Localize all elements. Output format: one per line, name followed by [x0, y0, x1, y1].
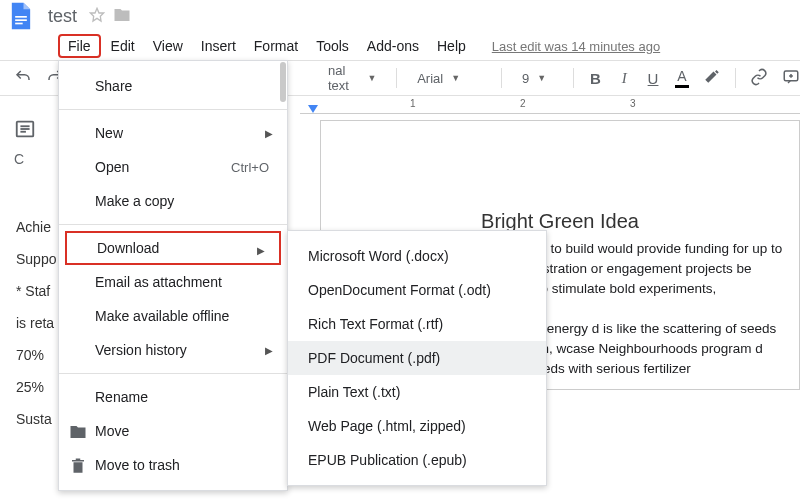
download-docx-label: Microsoft Word (.docx): [308, 248, 449, 264]
download-epub-label: EPUB Publication (.epub): [308, 452, 467, 468]
download-pdf-label: PDF Document (.pdf): [308, 350, 440, 366]
ruler-mark: 2: [520, 98, 526, 109]
title-bar: test: [0, 0, 800, 32]
highlight-color-icon[interactable]: [703, 67, 721, 89]
separator: [501, 68, 502, 88]
chevron-right-icon: ▶: [265, 345, 273, 356]
last-edit-link[interactable]: Last edit was 14 minutes ago: [492, 39, 660, 54]
add-comment-icon[interactable]: [782, 68, 800, 89]
menu-move[interactable]: Move: [59, 414, 287, 448]
menu-move-label: Move: [95, 423, 129, 439]
menu-make-copy[interactable]: Make a copy: [59, 184, 287, 218]
menu-bar: File Edit View Insert Format Tools Add-o…: [0, 32, 800, 60]
separator: [59, 224, 287, 225]
download-pdf[interactable]: PDF Document (.pdf): [288, 341, 546, 375]
menu-available-offline[interactable]: Make available offline: [59, 299, 287, 333]
menu-offline-label: Make available offline: [95, 308, 229, 324]
download-txt[interactable]: Plain Text (.txt): [288, 375, 546, 409]
paragraph-style-select[interactable]: nal text ▼: [322, 63, 382, 93]
italic-button[interactable]: I: [617, 70, 632, 87]
download-rtf-label: Rich Text Format (.rtf): [308, 316, 443, 332]
menu-email-attachment[interactable]: Email as attachment: [59, 265, 287, 299]
menu-make-copy-label: Make a copy: [95, 193, 174, 209]
menu-file[interactable]: File: [58, 34, 101, 58]
chevron-right-icon: ▶: [265, 128, 273, 139]
menu-open-label: Open: [95, 159, 129, 175]
star-icon[interactable]: [89, 7, 105, 26]
download-odt-label: OpenDocument Format (.odt): [308, 282, 491, 298]
menu-email-label: Email as attachment: [95, 274, 222, 290]
menu-rename-label: Rename: [95, 389, 148, 405]
font-size-select[interactable]: 9 ▼: [516, 71, 559, 86]
left-rail: C: [14, 118, 36, 167]
download-epub[interactable]: EPUB Publication (.epub): [288, 443, 546, 477]
menu-tools[interactable]: Tools: [308, 34, 357, 58]
trash-icon: [69, 457, 87, 475]
underline-button[interactable]: U: [646, 70, 661, 87]
menu-addons[interactable]: Add-ons: [359, 34, 427, 58]
download-txt-label: Plain Text (.txt): [308, 384, 400, 400]
font-select[interactable]: Arial ▼: [411, 71, 487, 86]
chevron-right-icon: ▶: [257, 245, 265, 256]
insert-link-icon[interactable]: [750, 68, 768, 89]
menu-download[interactable]: Download ▶: [65, 231, 281, 265]
menu-open-accel: Ctrl+O: [231, 160, 269, 175]
bold-button[interactable]: B: [588, 70, 603, 87]
menu-version-history[interactable]: Version history ▶: [59, 333, 287, 367]
separator: [59, 373, 287, 374]
outline-toggle-icon[interactable]: [14, 118, 36, 143]
ruler-mark: 1: [410, 98, 416, 109]
download-docx[interactable]: Microsoft Word (.docx): [288, 239, 546, 273]
menu-new-label: New: [95, 125, 123, 141]
folder-icon[interactable]: [113, 6, 131, 27]
separator: [735, 68, 736, 88]
chevron-down-icon: ▼: [367, 73, 376, 83]
svg-marker-9: [308, 105, 318, 113]
svg-marker-3: [90, 8, 103, 21]
svg-rect-0: [15, 16, 27, 18]
text-color-button[interactable]: A: [674, 68, 689, 88]
download-odt[interactable]: OpenDocument Format (.odt): [288, 273, 546, 307]
document-heading: Bright Green Idea: [335, 211, 785, 231]
download-rtf[interactable]: Rich Text Format (.rtf): [288, 307, 546, 341]
ruler[interactable]: 1 2 3: [300, 96, 800, 114]
download-html[interactable]: Web Page (.html, zipped): [288, 409, 546, 443]
separator: [59, 109, 287, 110]
menu-view[interactable]: View: [145, 34, 191, 58]
menu-help[interactable]: Help: [429, 34, 474, 58]
menu-download-label: Download: [97, 240, 159, 256]
font-size-label: 9: [522, 71, 529, 86]
folder-icon: [69, 423, 87, 441]
menu-open[interactable]: Open Ctrl+O: [59, 150, 287, 184]
font-label: Arial: [417, 71, 443, 86]
chevron-down-icon: ▼: [451, 73, 460, 83]
undo-icon[interactable]: [14, 68, 32, 89]
separator: [573, 68, 574, 88]
menu-history-label: Version history: [95, 342, 187, 358]
ruler-mark: 3: [630, 98, 636, 109]
color-stripe: [675, 85, 689, 88]
download-html-label: Web Page (.html, zipped): [308, 418, 466, 434]
menu-edit[interactable]: Edit: [103, 34, 143, 58]
paragraph-style-label: nal text: [328, 63, 359, 93]
docs-logo-icon[interactable]: [6, 1, 36, 31]
menu-insert[interactable]: Insert: [193, 34, 244, 58]
menu-move-to-trash[interactable]: Move to trash: [59, 448, 287, 482]
outline-letter: C: [14, 151, 36, 167]
menu-format[interactable]: Format: [246, 34, 306, 58]
svg-rect-1: [15, 19, 27, 21]
document-title[interactable]: test: [44, 6, 81, 27]
menu-new[interactable]: New ▶: [59, 116, 287, 150]
chevron-down-icon: ▼: [537, 73, 546, 83]
menu-share[interactable]: Share: [59, 69, 287, 103]
download-submenu: Microsoft Word (.docx) OpenDocument Form…: [287, 230, 547, 486]
text-color-label: A: [677, 68, 686, 84]
menu-rename[interactable]: Rename: [59, 380, 287, 414]
separator: [396, 68, 397, 88]
file-menu-dropdown: Share New ▶ Open Ctrl+O Make a copy Down…: [58, 60, 288, 491]
svg-rect-2: [15, 23, 22, 25]
menu-share-label: Share: [95, 78, 132, 94]
indent-marker-icon[interactable]: [308, 104, 318, 115]
menu-trash-label: Move to trash: [95, 457, 180, 473]
